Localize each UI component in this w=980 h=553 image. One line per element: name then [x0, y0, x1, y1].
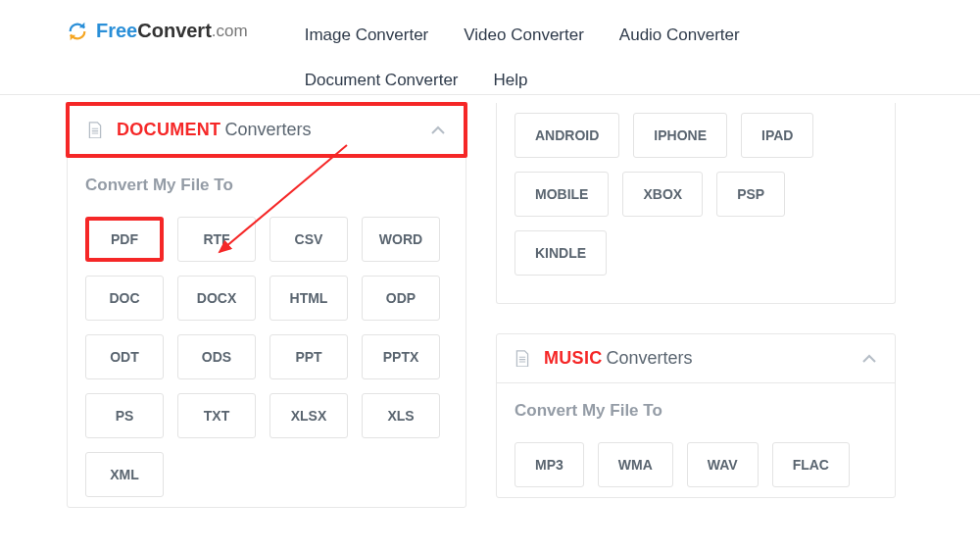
chip-kindle[interactable]: KINDLE [514, 230, 607, 276]
chip-android[interactable]: ANDROID [514, 113, 619, 158]
chip-xbox[interactable]: XBOX [622, 172, 703, 217]
nav-video-converter[interactable]: Video Converter [446, 18, 602, 53]
device-chips: ANDROID IPHONE IPAD MOBILE XBOX PSP KIND… [514, 113, 877, 276]
chevron-up-icon[interactable] [861, 350, 877, 368]
chevron-up-icon[interactable] [430, 122, 446, 139]
chip-html[interactable]: HTML [270, 276, 348, 321]
logo-free: Free [96, 20, 137, 42]
chip-rtf[interactable]: RTF [177, 217, 256, 262]
chip-flac[interactable]: FLAC [772, 442, 850, 487]
chip-mp3[interactable]: MP3 [514, 442, 584, 487]
chip-wma[interactable]: WMA [598, 442, 673, 487]
chip-odp[interactable]: ODP [362, 276, 440, 321]
chip-doc[interactable]: DOC [85, 276, 164, 321]
document-converters-panel: DOCUMENT Converters Convert My File To P… [67, 103, 466, 508]
document-chips: PDF RTF CSV WORD DOC DOCX HTML ODP ODT O… [85, 217, 448, 497]
logo[interactable]: FreeConvert.com [67, 20, 248, 42]
nav-help[interactable]: Help [476, 63, 546, 98]
main-content: DOCUMENT Converters Convert My File To P… [0, 95, 980, 508]
chip-ps[interactable]: PS [85, 393, 164, 438]
refresh-icon [67, 21, 88, 42]
chip-odt[interactable]: ODT [85, 334, 164, 379]
chip-pptx[interactable]: PPTX [362, 334, 440, 379]
music-title-highlight: MUSIC [544, 348, 603, 369]
chip-xml[interactable]: XML [85, 452, 164, 497]
document-icon [87, 122, 103, 139]
music-panel-body: Convert My File To MP3 WMA WAV FLAC [497, 383, 895, 497]
chip-mobile[interactable]: MOBILE [514, 172, 609, 217]
document-panel-body: Convert My File To PDF RTF CSV WORD DOC … [68, 158, 466, 507]
chip-xlsx[interactable]: XLSX [270, 393, 348, 438]
chip-ppt[interactable]: PPT [270, 334, 348, 379]
music-converters-panel: MUSIC Converters Convert My File To MP3 … [496, 333, 896, 498]
document-title-highlight: DOCUMENT [117, 120, 220, 140]
chip-iphone[interactable]: IPHONE [633, 113, 727, 158]
nav-audio-converter[interactable]: Audio Converter [602, 18, 758, 53]
primary-nav: Image Converter Video Converter Audio Co… [287, 18, 924, 98]
chip-pdf[interactable]: PDF [85, 217, 164, 262]
chip-csv[interactable]: CSV [270, 217, 348, 262]
nav-document-converter[interactable]: Document Converter [287, 63, 476, 98]
right-column: ANDROID IPHONE IPAD MOBILE XBOX PSP KIND… [496, 103, 896, 508]
chip-psp[interactable]: PSP [716, 172, 785, 217]
music-title-rest: Converters [607, 348, 693, 369]
music-subtitle: Convert My File To [514, 401, 877, 421]
chip-wav[interactable]: WAV [687, 442, 759, 487]
music-panel-header[interactable]: MUSIC Converters [497, 334, 895, 383]
document-icon [514, 350, 530, 368]
site-header: FreeConvert.com Image Converter Video Co… [0, 0, 980, 95]
chip-ods[interactable]: ODS [177, 334, 256, 379]
nav-image-converter[interactable]: Image Converter [287, 18, 447, 53]
chip-txt[interactable]: TXT [177, 393, 256, 438]
music-chips: MP3 WMA WAV FLAC [514, 442, 877, 487]
device-converters-panel: ANDROID IPHONE IPAD MOBILE XBOX PSP KIND… [496, 103, 896, 304]
document-title-rest: Converters [224, 120, 311, 140]
document-panel-header[interactable]: DOCUMENT Converters [66, 102, 467, 158]
chip-ipad[interactable]: IPAD [741, 113, 813, 158]
logo-com: .com [212, 22, 248, 41]
chip-word[interactable]: WORD [362, 217, 440, 262]
document-subtitle: Convert My File To [85, 176, 448, 195]
logo-convert: Convert [137, 20, 212, 42]
chip-docx[interactable]: DOCX [177, 276, 256, 321]
chip-xls[interactable]: XLS [362, 393, 440, 438]
